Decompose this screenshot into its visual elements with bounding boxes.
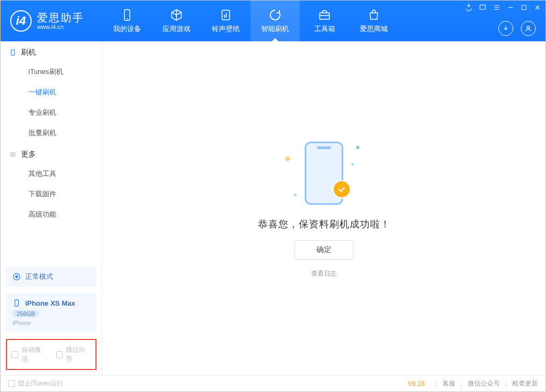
tab-label: 工具箱	[314, 24, 335, 34]
checkbox-block-itunes[interactable]: 阻止iTunes运行	[8, 379, 63, 388]
brand-url: www.i4.cn	[37, 24, 84, 30]
sidebar: 刷机 iTunes刷机 一键刷机 专业刷机 批量刷机 更多 其他工具 下载固件 …	[1, 41, 102, 375]
device-small-icon	[9, 49, 17, 56]
main-tabs: 我的设备 应用游戏 铃声壁纸 智能刷机 工具箱 爱思商城	[102, 1, 399, 41]
success-message: 恭喜您，保资料刷机成功啦！	[258, 218, 390, 231]
confirm-button[interactable]: 确定	[294, 240, 353, 260]
svg-rect-7	[11, 50, 14, 56]
sidebar-item-itunes-flash[interactable]: iTunes刷机	[1, 62, 102, 82]
music-file-icon	[219, 9, 232, 21]
header-bar: i4 爱思助手 www.i4.cn 我的设备 应用游戏 铃声壁纸 智能刷机 工具…	[1, 1, 545, 41]
svg-rect-2	[222, 10, 230, 20]
device-name: iPhone XS Max	[25, 299, 75, 307]
view-log-link[interactable]: 查看日志	[311, 269, 337, 278]
main-content: 恭喜您，保资料刷机成功啦！ 确定 查看日志	[102, 41, 545, 375]
footer-bar: 阻止iTunes运行 V8.16 | 客服 | 微信公众号 | 检查更新	[1, 375, 545, 391]
cube-icon	[170, 9, 183, 21]
checkbox-auto-activate[interactable]: 自动激活	[11, 345, 47, 364]
checkbox-label: 阻止iTunes运行	[18, 379, 63, 388]
sidebar-item-batch-flash[interactable]: 批量刷机	[1, 123, 102, 143]
svg-rect-5	[522, 5, 526, 10]
sidebar-item-pro-flash[interactable]: 专业刷机	[1, 102, 102, 123]
bag-icon	[367, 9, 380, 21]
sidebar-group-flash: 刷机	[1, 41, 102, 62]
sidebar-item-other-tools[interactable]: 其他工具	[1, 164, 102, 184]
sidebar-group-more: 更多	[1, 143, 102, 164]
logo-area: i4 爱思助手 www.i4.cn	[1, 1, 102, 41]
account-button[interactable]	[521, 21, 536, 36]
status-label: 正常模式	[25, 272, 53, 282]
theme-icon[interactable]	[465, 4, 473, 11]
footer-link-update[interactable]: 检查更新	[512, 379, 538, 388]
refresh-shield-icon	[269, 9, 282, 21]
svg-rect-3	[320, 13, 329, 19]
sidebar-item-advanced[interactable]: 高级功能	[1, 204, 102, 225]
tab-apps-games[interactable]: 应用游戏	[152, 1, 201, 41]
svg-point-1	[127, 18, 128, 19]
logo-text: 爱思助手 www.i4.cn	[37, 12, 84, 30]
check-badge-icon	[333, 180, 351, 198]
download-button[interactable]	[498, 21, 513, 36]
checkbox-label: 跳过向导	[66, 345, 91, 364]
checkbox-label: 自动激活	[21, 345, 47, 364]
header-actions	[498, 21, 536, 36]
tab-store[interactable]: 爱思商城	[349, 1, 399, 41]
device-info-card[interactable]: iPhone XS Max 256GB iPhone	[6, 293, 97, 331]
svg-rect-4	[480, 5, 486, 9]
device-status-card[interactable]: 正常模式	[6, 267, 97, 287]
footer-link-support[interactable]: 客服	[442, 379, 455, 388]
svg-point-9	[16, 276, 18, 278]
feedback-icon[interactable]	[479, 4, 486, 11]
success-illustration	[276, 138, 372, 208]
sidebar-item-one-click-flash[interactable]: 一键刷机	[1, 82, 102, 102]
group-label: 刷机	[21, 48, 36, 57]
footer-link-wechat[interactable]: 微信公众号	[468, 379, 500, 388]
checkbox-skip-guide[interactable]: 跳过向导	[56, 345, 92, 364]
tab-toolbox[interactable]: 工具箱	[300, 1, 349, 41]
minimize-icon[interactable]	[507, 4, 514, 11]
tab-label: 智能刷机	[261, 24, 289, 34]
device-capacity: 256GB	[12, 310, 39, 317]
options-highlight-box: 自动激活 跳过向导	[6, 339, 97, 370]
svg-rect-10	[15, 300, 19, 306]
logo-icon: i4	[10, 10, 32, 32]
group-label: 更多	[21, 150, 36, 159]
phone-small-icon	[12, 299, 21, 307]
device-type: iPhone	[12, 320, 90, 326]
sidebar-item-download-firmware[interactable]: 下载固件	[1, 184, 102, 204]
phone-icon	[121, 9, 134, 21]
tab-my-device[interactable]: 我的设备	[102, 1, 152, 41]
tab-smart-flash[interactable]: 智能刷机	[250, 1, 300, 41]
window-controls	[465, 4, 541, 11]
tab-label: 应用游戏	[163, 24, 190, 34]
body-area: 刷机 iTunes刷机 一键刷机 专业刷机 批量刷机 更多 其他工具 下载固件 …	[1, 41, 545, 375]
brand-name: 爱思助手	[37, 12, 84, 24]
svg-point-6	[527, 26, 530, 29]
tab-label: 我的设备	[113, 24, 141, 34]
list-icon	[9, 151, 17, 158]
toolbox-icon	[318, 9, 331, 21]
tab-label: 铃声壁纸	[212, 24, 240, 34]
tab-ringtone-wallpaper[interactable]: 铃声壁纸	[201, 1, 250, 41]
maximize-icon[interactable]	[521, 4, 527, 11]
status-icon	[12, 272, 21, 281]
close-icon[interactable]	[534, 4, 541, 11]
version-label: V8.16	[408, 380, 424, 388]
tab-label: 爱思商城	[360, 24, 388, 34]
menu-icon[interactable]	[493, 4, 500, 11]
